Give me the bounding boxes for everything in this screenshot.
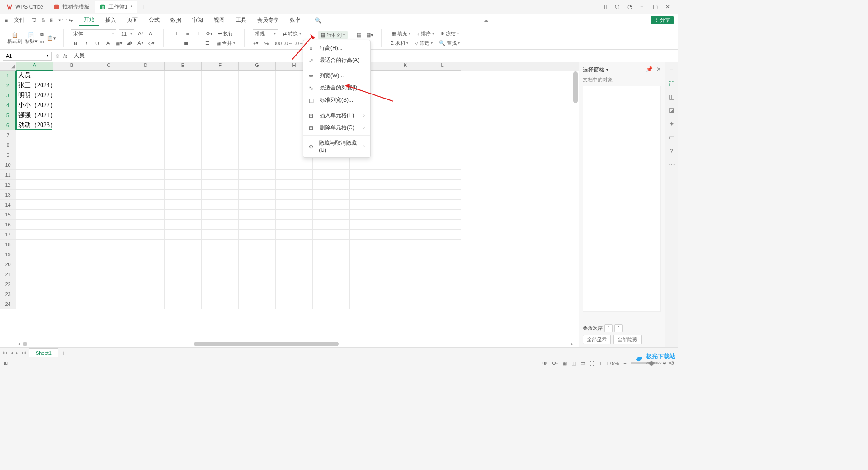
clear-format-icon[interactable]: ◇▾ [147, 39, 156, 47]
cell[interactable] [165, 200, 202, 210]
paste-icon[interactable]: 📄 [28, 32, 34, 38]
cell[interactable] [127, 220, 165, 230]
col-header[interactable]: F [202, 62, 239, 70]
cell[interactable] [127, 269, 165, 279]
rail-chart-icon[interactable]: ◪ [669, 107, 675, 114]
cell[interactable] [276, 200, 313, 210]
cell[interactable] [16, 249, 53, 259]
cell[interactable] [276, 240, 313, 249]
cell[interactable] [127, 80, 165, 90]
add-sheet-button[interactable]: + [58, 349, 69, 357]
cell[interactable] [387, 170, 424, 180]
cell[interactable]: 人员 [16, 70, 53, 80]
cell[interactable] [202, 190, 239, 200]
cell[interactable] [53, 259, 90, 269]
cell[interactable] [53, 160, 90, 170]
select-all-corner[interactable]: ◢ [0, 62, 16, 70]
cell[interactable] [165, 240, 202, 249]
eye-icon[interactable]: 👁 [542, 361, 547, 366]
row-header[interactable]: 8 [0, 140, 16, 150]
cell[interactable] [16, 279, 53, 289]
cell[interactable] [313, 249, 350, 259]
print-preview-icon[interactable]: 🗎 [49, 17, 55, 24]
cell[interactable] [313, 170, 350, 180]
cell[interactable] [90, 170, 127, 180]
cell[interactable] [387, 259, 424, 269]
menu-tools[interactable]: 工具 [231, 14, 251, 26]
freeze-button[interactable]: ❄ 冻结▾ [439, 29, 461, 38]
cell[interactable] [53, 170, 90, 180]
cell[interactable] [90, 90, 127, 100]
cell[interactable] [53, 190, 90, 200]
cell[interactable] [276, 160, 313, 170]
table-style-icon[interactable]: ▦▾ [366, 31, 374, 39]
cell[interactable] [127, 249, 165, 259]
horizontal-scrollbar[interactable]: ◂▸ [16, 341, 575, 347]
maximize-icon[interactable]: ▢ [653, 4, 659, 10]
cell[interactable] [16, 299, 53, 309]
cell[interactable] [350, 269, 387, 279]
cell[interactable] [239, 269, 276, 279]
cell[interactable] [90, 160, 127, 170]
cell[interactable] [165, 70, 202, 80]
cell[interactable] [90, 110, 127, 120]
avatar-icon[interactable]: ◔ [627, 4, 634, 10]
rail-style-icon[interactable]: ◫ [669, 93, 675, 100]
cell[interactable] [202, 120, 239, 130]
cell[interactable] [16, 150, 53, 160]
fill-button[interactable]: ▦ 填充▾ [390, 29, 412, 38]
cell[interactable] [53, 220, 90, 230]
tab-wps[interactable]: WPS Office [2, 1, 48, 13]
cell[interactable] [387, 130, 424, 140]
vertical-scrollbar[interactable] [572, 70, 579, 337]
cell[interactable] [16, 230, 53, 240]
cell[interactable]: 动动（2023） [16, 120, 53, 130]
cell[interactable] [127, 170, 165, 180]
cell[interactable] [16, 190, 53, 200]
menu-formula[interactable]: 公式 [144, 14, 164, 26]
cell[interactable] [350, 299, 387, 309]
cell[interactable] [165, 269, 202, 279]
cell[interactable] [202, 210, 239, 220]
cell[interactable] [239, 150, 276, 160]
cell[interactable] [16, 269, 53, 279]
cell[interactable] [424, 240, 461, 249]
cell[interactable] [424, 230, 461, 240]
row-header[interactable]: 5 [0, 110, 16, 120]
cell[interactable] [239, 259, 276, 269]
sheet-prev-icon[interactable]: ◂ [10, 350, 13, 356]
cell[interactable] [202, 80, 239, 90]
cell[interactable] [387, 80, 424, 90]
cell[interactable] [53, 140, 90, 150]
cell[interactable] [127, 90, 165, 100]
menu-row-height[interactable]: ⇕行高(H)... [303, 42, 370, 54]
cell[interactable] [239, 100, 276, 110]
cell[interactable] [165, 279, 202, 289]
row-header[interactable]: 18 [0, 240, 16, 249]
zoom-out-icon[interactable]: − [623, 361, 626, 366]
fullscreen-icon[interactable]: ⛶ [590, 361, 594, 366]
col-header[interactable]: E [165, 62, 202, 70]
cell[interactable] [165, 210, 202, 220]
cancel-formula-icon[interactable]: ⊗ [55, 53, 60, 59]
cell[interactable] [202, 150, 239, 160]
cell[interactable] [127, 130, 165, 140]
cell[interactable] [127, 110, 165, 120]
row-header[interactable]: 15 [0, 210, 16, 220]
redo-icon[interactable]: ↷▾ [66, 17, 73, 24]
cell[interactable] [90, 150, 127, 160]
cell[interactable] [239, 80, 276, 90]
number-format-select[interactable]: 常规▾ [253, 29, 278, 38]
cell[interactable] [90, 210, 127, 220]
cell[interactable] [16, 140, 53, 150]
cell[interactable] [424, 70, 461, 80]
cell[interactable] [276, 269, 313, 279]
cell[interactable] [424, 259, 461, 269]
cell[interactable] [313, 160, 350, 170]
cell[interactable] [165, 110, 202, 120]
font-size-select[interactable]: 11▾ [119, 29, 134, 38]
rail-tools-icon[interactable]: ✦ [669, 120, 675, 127]
cell[interactable] [424, 80, 461, 90]
row-header[interactable]: 19 [0, 249, 16, 259]
cell[interactable] [16, 200, 53, 210]
